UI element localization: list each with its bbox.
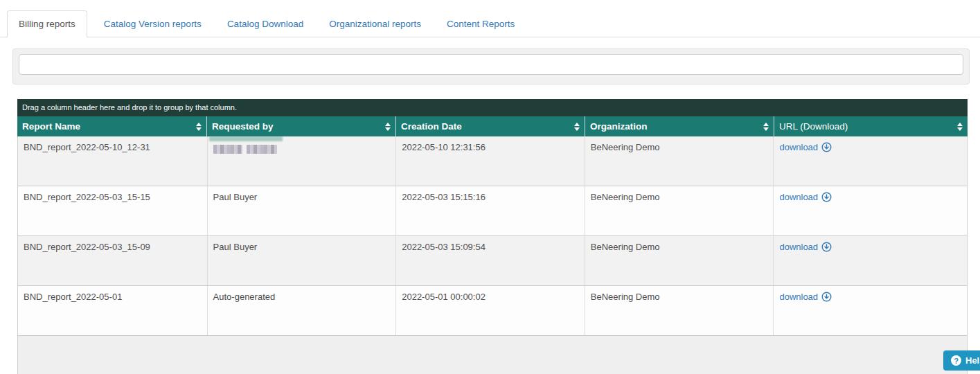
cell-report-name: BND_report_2022-05-03_15-15 [18, 186, 208, 235]
download-link[interactable]: download [779, 242, 832, 252]
cell-organization: BeNeering Demo [585, 186, 774, 235]
redaction-blur-strip [209, 136, 283, 141]
reports-grid: Drag a column header here and drop it to… [17, 99, 968, 374]
table-row: BND_report_2022-05-01 Auto-generated 202… [18, 286, 967, 336]
cell-report-name: BND_report_2022-05-01 [18, 286, 208, 335]
table-row: BND_report_2022-05-03_15-15 Paul Buyer 2… [18, 186, 967, 236]
cell-organization: BeNeering Demo [585, 136, 774, 186]
cell-url-download: download [774, 236, 967, 285]
search-input[interactable] [19, 54, 963, 75]
grid-footer [18, 336, 967, 374]
cell-url-download: download [774, 186, 967, 235]
arrow-circle-down-icon [821, 192, 832, 202]
search-panel [12, 48, 970, 84]
column-header-label: Requested by [212, 121, 381, 132]
tab-catalog-version-reports[interactable]: Catalog Version reports [95, 11, 211, 37]
cell-report-name: BND_report_2022-05-10_12-31 [18, 136, 208, 186]
table-row: BND_report_2022-05-10_12-31 2022-05-10 1… [18, 136, 967, 186]
cell-url-download: download [774, 286, 967, 335]
sort-icon[interactable] [574, 123, 580, 131]
redacted-name [213, 145, 391, 154]
column-header-requested-by[interactable]: Requested by [207, 116, 396, 136]
tab-content-reports[interactable]: Content Reports [438, 11, 524, 37]
column-header-label: URL (Download) [779, 121, 953, 132]
reports-page: Billing reports Catalog Version reports … [0, 0, 980, 374]
cell-creation-date: 2022-05-03 15:09:54 [396, 236, 585, 285]
grid-body: BND_report_2022-05-10_12-31 2022-05-10 1… [17, 136, 968, 374]
cell-url-download: download [774, 136, 967, 186]
column-header-creation-date[interactable]: Creation Date [396, 116, 585, 136]
arrow-circle-down-icon [821, 242, 832, 252]
cell-requested-by-redacted [208, 136, 397, 186]
tab-organizational-reports[interactable]: Organizational reports [320, 11, 430, 37]
cell-creation-date: 2022-05-03 15:15:16 [396, 186, 585, 235]
download-link[interactable]: download [779, 142, 832, 152]
cell-requested-by: Paul Buyer [208, 186, 397, 235]
column-header-label: Report Name [22, 121, 192, 132]
cell-organization: BeNeering Demo [585, 286, 774, 335]
cell-creation-date: 2022-05-01 00:00:02 [396, 286, 585, 335]
cell-report-name: BND_report_2022-05-03_15-09 [18, 236, 208, 285]
download-link[interactable]: download [779, 192, 832, 202]
group-by-drop-zone[interactable]: Drag a column header here and drop it to… [17, 99, 968, 116]
column-header-url-download[interactable]: URL (Download) [774, 116, 968, 136]
tab-billing-reports[interactable]: Billing reports [7, 10, 87, 37]
cell-creation-date: 2022-05-10 12:31:56 [396, 136, 585, 186]
grid-header-row: Report Name Requested by Creation Date O… [17, 116, 968, 136]
help-button-label: Help [965, 355, 980, 366]
sort-icon[interactable] [196, 123, 202, 131]
download-link[interactable]: download [779, 292, 832, 302]
download-link-label: download [779, 192, 818, 202]
cell-requested-by: Paul Buyer [208, 236, 397, 285]
sort-icon[interactable] [957, 123, 963, 131]
column-header-organization[interactable]: Organization [585, 116, 774, 136]
cell-requested-by: Auto-generated [208, 286, 397, 335]
report-tabs: Billing reports Catalog Version reports … [0, 0, 980, 37]
column-header-label: Organization [590, 121, 759, 132]
column-header-report-name[interactable]: Report Name [17, 116, 207, 136]
help-button[interactable]: ? Help [943, 350, 980, 371]
sort-icon[interactable] [763, 123, 769, 131]
question-circle-icon: ? [951, 355, 961, 366]
download-link-label: download [779, 142, 818, 152]
sort-icon[interactable] [385, 123, 391, 131]
tab-catalog-download[interactable]: Catalog Download [218, 11, 312, 37]
arrow-circle-down-icon [821, 142, 832, 152]
column-header-label: Creation Date [401, 121, 570, 132]
download-link-label: download [779, 242, 818, 252]
download-link-label: download [779, 292, 818, 302]
cell-organization: BeNeering Demo [585, 236, 774, 285]
table-row: BND_report_2022-05-03_15-09 Paul Buyer 2… [18, 236, 967, 286]
arrow-circle-down-icon [821, 292, 832, 302]
